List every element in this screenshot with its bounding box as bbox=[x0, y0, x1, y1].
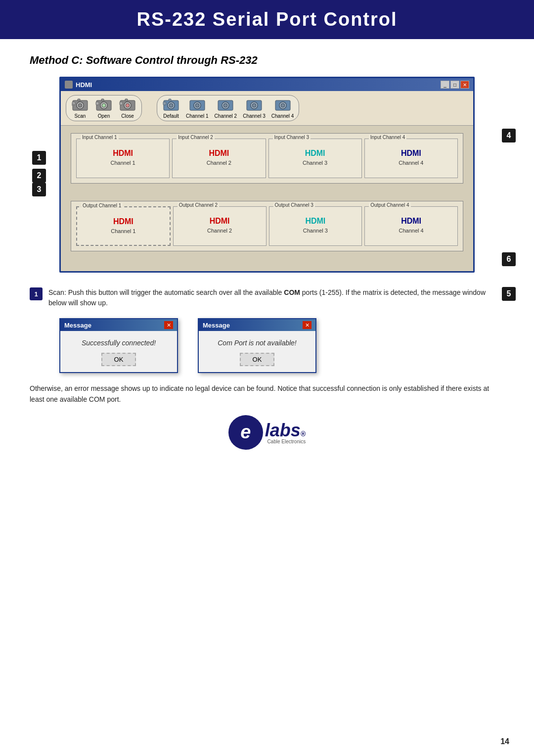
footer-text: Otherwise, an error message shows up to … bbox=[30, 383, 504, 405]
output-ch1-label: Output Channel 1 bbox=[81, 203, 123, 208]
channel4-icon bbox=[274, 97, 292, 112]
output-ch3-label: Output Channel 3 bbox=[273, 202, 315, 208]
channel4-tool[interactable]: Channel 4 bbox=[271, 97, 294, 119]
channel2-icon bbox=[217, 97, 234, 112]
output-ch1-name: Channel 1 bbox=[111, 228, 135, 234]
svg-point-27 bbox=[223, 103, 227, 107]
success-body-text: Successfully connected! bbox=[66, 339, 171, 347]
label-6: 6 bbox=[502, 252, 516, 266]
output-ch4-hdmi: HDMI bbox=[401, 217, 421, 226]
window-title-text: HDMI bbox=[76, 81, 92, 89]
window-controls: _ □ ✕ bbox=[441, 81, 469, 89]
success-title-text: Message bbox=[64, 322, 91, 329]
output-channel-4[interactable]: Output Channel 4 HDMI Channel 4 bbox=[364, 206, 458, 246]
svg-rect-18 bbox=[163, 102, 166, 105]
input-ch2-name: Channel 2 bbox=[207, 160, 231, 166]
maximize-button[interactable]: □ bbox=[450, 81, 459, 89]
toolbar-group-right: Default Channel 1 bbox=[157, 95, 299, 121]
scan-icon bbox=[71, 97, 89, 112]
svg-point-30 bbox=[252, 103, 256, 107]
header-bar: RS-232 Serial Port Control bbox=[0, 0, 534, 39]
svg-point-15 bbox=[126, 103, 130, 107]
logo-text-wrap: labs® Cable Electronics bbox=[263, 420, 306, 444]
spacer bbox=[71, 191, 463, 201]
close-button[interactable]: ✕ bbox=[460, 81, 469, 89]
svg-rect-21 bbox=[169, 99, 171, 101]
ui-window-wrapper: 1 2 3 4 6 5 bbox=[59, 77, 475, 273]
input-ch4-hdmi: HDMI bbox=[401, 149, 421, 158]
channel3-tool[interactable]: Channel 3 bbox=[243, 97, 266, 119]
svg-point-20 bbox=[169, 103, 173, 107]
success-dialog: Message ✕ Successfully connected! OK bbox=[59, 318, 178, 373]
error-titlebar: Message ✕ bbox=[199, 319, 315, 331]
default-icon bbox=[162, 97, 180, 112]
open-tool[interactable]: Open bbox=[95, 97, 113, 119]
label-1: 1 bbox=[32, 151, 46, 165]
error-close-button[interactable]: ✕ bbox=[303, 321, 312, 329]
hdmi-window: HDMI _ □ ✕ bbox=[59, 77, 475, 273]
error-body-text: Com Port is not available! bbox=[205, 339, 310, 347]
label-5: 5 bbox=[502, 287, 516, 301]
default-label: Default bbox=[163, 113, 179, 119]
channel1-icon bbox=[188, 97, 206, 112]
input-channel-3[interactable]: Input Channel 3 HDMI Channel 3 bbox=[268, 139, 362, 178]
input-ch2-hdmi: HDMI bbox=[209, 149, 229, 158]
input-ch3-label: Input Channel 3 bbox=[273, 135, 311, 140]
input-channel-2[interactable]: Input Channel 2 HDMI Channel 2 bbox=[172, 139, 266, 178]
output-channel-2[interactable]: Output Channel 2 HDMI Channel 2 bbox=[173, 206, 267, 246]
output-ch2-name: Channel 2 bbox=[207, 228, 232, 234]
input-ch1-hdmi: HDMI bbox=[113, 149, 133, 158]
open-icon bbox=[95, 97, 113, 112]
elabs-logo: e labs® Cable Electronics bbox=[228, 415, 306, 450]
channel1-tool[interactable]: Channel 1 bbox=[186, 97, 209, 119]
svg-rect-8 bbox=[96, 102, 99, 105]
output-ch4-label: Output Channel 4 bbox=[369, 202, 410, 208]
input-ch3-hdmi: HDMI bbox=[305, 149, 325, 158]
input-channel-4[interactable]: Input Channel 4 HDMI Channel 4 bbox=[364, 139, 458, 178]
output-ch3-hdmi: HDMI bbox=[305, 217, 325, 226]
label-4: 4 bbox=[502, 129, 516, 142]
minimize-button[interactable]: _ bbox=[441, 81, 449, 89]
close-tool[interactable]: Close bbox=[119, 97, 136, 119]
toolbar: Scan Open bbox=[61, 91, 473, 126]
step-1-text: Scan: Push this button will trigger the … bbox=[48, 287, 504, 308]
scan-tool[interactable]: Scan bbox=[71, 97, 89, 119]
step-1-item: 1 Scan: Push this button will trigger th… bbox=[30, 287, 504, 308]
success-body: Successfully connected! OK bbox=[60, 331, 177, 372]
page-title: RS-232 Serial Port Control bbox=[20, 9, 514, 30]
svg-point-10 bbox=[102, 103, 106, 107]
input-ch1-label: Input Channel 1 bbox=[81, 135, 119, 140]
window-app-icon bbox=[65, 81, 73, 89]
svg-point-3 bbox=[78, 103, 82, 107]
default-tool[interactable]: Default bbox=[162, 97, 180, 119]
output-ch3-name: Channel 3 bbox=[303, 228, 328, 234]
page-number: 14 bbox=[500, 737, 509, 746]
output-channel-3[interactable]: Output Channel 3 HDMI Channel 3 bbox=[269, 206, 362, 246]
input-channels-row: Input Channel 1 HDMI Channel 1 Input Cha… bbox=[71, 133, 463, 184]
output-channel-1[interactable]: Output Channel 1 HDMI Channel 1 bbox=[76, 206, 171, 246]
label-3: 3 bbox=[32, 183, 46, 196]
logo-area: e labs® Cable Electronics bbox=[30, 415, 504, 450]
output-ch2-hdmi: HDMI bbox=[210, 217, 230, 226]
channel4-label: Channel 4 bbox=[271, 113, 294, 119]
elabs-circle: e bbox=[228, 415, 263, 450]
channel1-label: Channel 1 bbox=[186, 113, 209, 119]
error-title-text: Message bbox=[203, 322, 230, 329]
channel2-tool[interactable]: Channel 2 bbox=[215, 97, 237, 119]
input-channel-1[interactable]: Input Channel 1 HDMI Channel 1 bbox=[76, 139, 170, 178]
message-dialogs: Message ✕ Successfully connected! OK Mes… bbox=[59, 318, 504, 373]
step-1-badge: 1 bbox=[30, 287, 43, 300]
input-ch2-label: Input Channel 2 bbox=[177, 135, 215, 140]
success-ok-button[interactable]: OK bbox=[101, 353, 136, 366]
error-dialog: Message ✕ Com Port is not available! OK bbox=[198, 318, 316, 373]
error-body: Com Port is not available! OK bbox=[199, 331, 315, 372]
svg-point-33 bbox=[281, 103, 285, 107]
output-ch1-hdmi: HDMI bbox=[113, 217, 134, 226]
input-ch4-name: Channel 4 bbox=[399, 160, 423, 166]
error-ok-button[interactable]: OK bbox=[240, 353, 275, 366]
toolbar-group-left: Scan Open bbox=[66, 95, 142, 121]
channel2-label: Channel 2 bbox=[215, 113, 237, 119]
scan-label: Scan bbox=[75, 113, 86, 119]
window-title-area: HDMI bbox=[65, 81, 92, 89]
success-close-button[interactable]: ✕ bbox=[164, 321, 173, 329]
